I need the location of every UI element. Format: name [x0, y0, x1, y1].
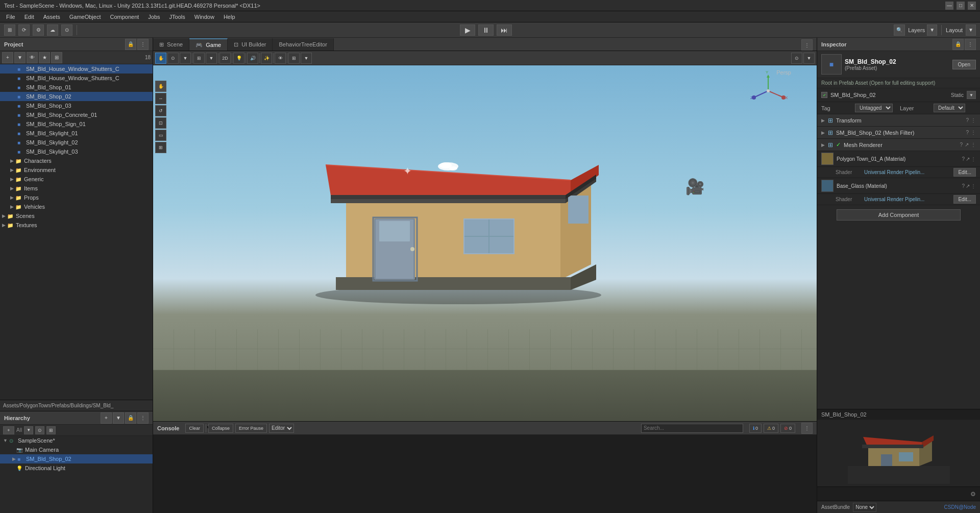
- tree-item-items[interactable]: ▶ 📁 Items: [0, 184, 153, 193]
- material-1-menu-btn[interactable]: ⋮: [971, 156, 976, 162]
- static-dropdown-btn[interactable]: ▼: [967, 91, 976, 99]
- menu-edit[interactable]: Edit: [20, 13, 38, 21]
- tree-item-props[interactable]: ▶ 📁 Props: [0, 193, 153, 202]
- tree-item-scenes[interactable]: ▶ 📁 Scenes: [0, 211, 153, 221]
- scene-light-btn[interactable]: 💡: [233, 53, 244, 64]
- transform-info-btn[interactable]: ?: [966, 117, 969, 123]
- clear-button[interactable]: Clear: [185, 424, 204, 433]
- scene-settings-btn[interactable]: ⋮: [801, 39, 813, 51]
- mesh-renderer-menu-btn[interactable]: ⋮: [971, 142, 976, 148]
- mesh-renderer-arrow-btn[interactable]: ↗: [965, 142, 969, 148]
- toolbar-btn-4[interactable]: ☁: [47, 25, 58, 36]
- hierarchy-search-btn[interactable]: ▼: [113, 412, 124, 424]
- material-1-arrow-btn[interactable]: ↗: [966, 156, 970, 162]
- menu-jobs[interactable]: Jobs: [144, 13, 164, 21]
- tab-ui-builder[interactable]: ⊡ UI Builder: [228, 38, 273, 51]
- tree-item-vehicles[interactable]: ▶ 📁 Vehicles: [0, 202, 153, 211]
- collapse-button[interactable]: Collapse: [208, 424, 233, 433]
- layout-dropdown-btn[interactable]: ▼: [966, 25, 976, 36]
- console-search-input[interactable]: [641, 424, 743, 433]
- hierarchy-directional-light[interactable]: 💡 Directional Light: [0, 463, 153, 473]
- scene-hidden-btn[interactable]: 👁: [275, 53, 286, 64]
- hierarchy-all-dropdown[interactable]: ▼: [24, 426, 33, 434]
- scene-hand-btn[interactable]: ✋: [155, 81, 166, 92]
- play-button[interactable]: ▶: [460, 25, 475, 36]
- tree-item-sm-bld-shop-02-sel[interactable]: ■ SM_Bld_Shop_02: [0, 92, 153, 101]
- project-lock-btn[interactable]: 🔒: [125, 39, 136, 50]
- scene-gizmo-btn[interactable]: ⊙: [791, 53, 802, 64]
- menu-file[interactable]: File: [2, 13, 19, 21]
- scene-tool-dropdown[interactable]: ▼: [180, 53, 191, 64]
- tree-item-environment[interactable]: ▶ 📁 Environment: [0, 165, 153, 175]
- asset-bundle-select[interactable]: None: [853, 503, 876, 512]
- hierarchy-scene-item[interactable]: ▼ ⊙ SampleScene*: [0, 436, 153, 445]
- scene-scale-btn[interactable]: ⊡: [155, 117, 166, 129]
- console-clear-arrow[interactable]: ▼: [206, 424, 206, 432]
- material-2-edit-btn[interactable]: Edit...: [953, 195, 976, 204]
- toolbar-btn-2[interactable]: ⟳: [18, 25, 30, 36]
- scene-move-btn[interactable]: ↔: [155, 93, 166, 104]
- scene-transform-btn[interactable]: ⊞: [155, 142, 166, 153]
- project-star-btn[interactable]: ★: [39, 52, 50, 63]
- project-search-btn[interactable]: ▼: [14, 52, 26, 63]
- inspector-open-btn[interactable]: Open: [952, 60, 976, 69]
- material-2-menu-btn[interactable]: ⋮: [971, 183, 976, 189]
- tree-item-generic[interactable]: ▶ 📁 Generic: [0, 175, 153, 184]
- toolbar-btn-1[interactable]: ⊞: [4, 25, 15, 36]
- project-menu-btn[interactable]: ⋮: [137, 39, 149, 50]
- tree-item-sm-bld-shop-concrete[interactable]: ■ SM_Bld_Shop_Concrete_01: [0, 110, 153, 119]
- layers-dropdown-btn[interactable]: ▼: [927, 25, 937, 36]
- console-error-filter[interactable]: ⊘ 0: [780, 424, 795, 433]
- mesh-renderer-enabled-checkbox[interactable]: ✓: [836, 141, 841, 148]
- scene-grid-dropdown[interactable]: ▼: [301, 53, 312, 64]
- close-button[interactable]: ✕: [968, 2, 976, 10]
- toolbar-btn-3[interactable]: ⚙: [33, 25, 44, 36]
- hierarchy-lock-btn[interactable]: 🔒: [125, 412, 136, 424]
- scene-shading-btn[interactable]: ⊞: [193, 53, 205, 64]
- hierarchy-menu-btn[interactable]: ⋮: [137, 412, 149, 424]
- maximize-button[interactable]: □: [957, 2, 965, 10]
- add-component-button[interactable]: Add Component: [837, 209, 960, 221]
- tree-item-sm-bld-skylight-03[interactable]: ■ SM_Bld_Skylight_03: [0, 147, 153, 156]
- hierarchy-sm-bld-shop-02[interactable]: ▶ ■ SM_Bld_Shop_02: [0, 454, 153, 463]
- scene-gizmo-dropdown[interactable]: ▼: [803, 53, 815, 64]
- console-editor-select[interactable]: Editor: [269, 424, 294, 433]
- tree-item-characters[interactable]: ▶ 📁 Characters: [0, 156, 153, 165]
- mesh-filter-info-btn[interactable]: ?: [966, 130, 969, 135]
- tree-item-sm-bld-shop-02[interactable]: ■ SM_Bld_House_Window_Shutters_C: [0, 64, 153, 74]
- console-info-filter[interactable]: ℹ 0: [749, 424, 762, 433]
- mesh-renderer-component-header[interactable]: ▶ ⊞ ✓ Mesh Renderer ? ↗ ⋮: [817, 139, 980, 151]
- tree-item-sm-bld-skylight-02[interactable]: ■ SM_Bld_Skylight_02: [0, 138, 153, 147]
- toolbar-btn-5[interactable]: ⊙: [61, 25, 72, 36]
- mesh-filter-component-header[interactable]: ▶ ⊞ SM_Bld_Shop_02 (Mesh Filter) ? ⋮: [817, 127, 980, 139]
- scene-2d-btn[interactable]: 2D: [219, 53, 231, 64]
- tree-item-sm-bld-shop-sign[interactable]: ■ SM_Bld_Shop_Sign_01: [0, 119, 153, 129]
- scene-tool-hand[interactable]: ✋: [155, 53, 166, 64]
- inspector-menu-btn[interactable]: ⋮: [965, 39, 976, 50]
- hierarchy-visibility-btn[interactable]: ⊙: [35, 426, 44, 434]
- menu-component[interactable]: Component: [106, 13, 143, 21]
- inspector-lock-btn[interactable]: 🔒: [952, 39, 964, 50]
- tab-game[interactable]: 🎮 Game: [189, 38, 228, 51]
- mesh-filter-menu-btn[interactable]: ⋮: [971, 130, 976, 135]
- preview-settings-btn[interactable]: ⚙: [970, 491, 976, 498]
- material-2-info-btn[interactable]: ?: [962, 183, 965, 189]
- error-pause-button[interactable]: Error Pause: [235, 424, 267, 433]
- step-button[interactable]: ⏭: [497, 25, 512, 36]
- tab-scene[interactable]: ⊞ Scene: [153, 38, 189, 51]
- scene-fx-btn[interactable]: ✨: [261, 53, 272, 64]
- scene-rect-btn[interactable]: ▭: [155, 130, 166, 141]
- project-filter-btn[interactable]: ⊞: [51, 52, 62, 63]
- mesh-renderer-info-btn[interactable]: ?: [960, 142, 963, 148]
- tree-item-sm-bld-shop-03[interactable]: ■ SM_Bld_Shop_03: [0, 101, 153, 110]
- menu-jtools[interactable]: JTools: [165, 13, 189, 21]
- scene-grid-btn[interactable]: ⊞: [288, 53, 300, 64]
- project-add-btn[interactable]: +: [2, 52, 13, 63]
- inspector-enabled-checkbox[interactable]: ✓: [821, 92, 827, 98]
- hierarchy-add-btn[interactable]: +: [101, 412, 112, 424]
- scene-rotate-btn[interactable]: ↺: [155, 105, 166, 116]
- minimize-button[interactable]: —: [945, 2, 953, 10]
- tree-item-sm-bld-shop-01[interactable]: ■ SM_Bld_Shop_01: [0, 83, 153, 92]
- transform-component-header[interactable]: ▶ ⊞ Transform ? ⋮: [817, 114, 980, 127]
- hierarchy-icon-btn[interactable]: ⊞: [46, 426, 56, 434]
